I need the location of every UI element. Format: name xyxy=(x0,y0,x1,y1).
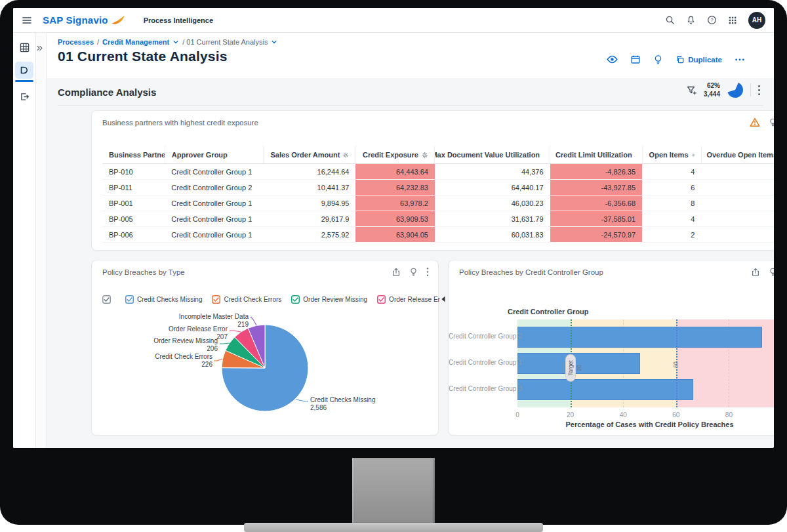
pie-leader-line xyxy=(296,399,308,401)
table-cell: 6 xyxy=(642,180,701,195)
bar-category-label: Credit Controller Group 2 xyxy=(449,333,513,340)
table-cell: 2,575.92 xyxy=(264,227,356,243)
table-cell: 8 xyxy=(701,180,774,195)
breadcrumb-link-processes[interactable]: Processes xyxy=(58,38,94,46)
expand-panel-chevrons-icon[interactable] xyxy=(36,45,46,52)
x-tick-label: 80 xyxy=(717,411,740,419)
table-cell: Credit Controller Group 1 xyxy=(165,211,264,227)
notifications-bell-icon[interactable] xyxy=(686,15,696,25)
pie-leader-line xyxy=(230,331,241,332)
table-row[interactable]: BP-005Credit Controller Group 129,617.96… xyxy=(102,211,774,227)
user-avatar[interactable]: AH xyxy=(748,12,765,29)
bar-chart-plot[interactable]: Target2060 xyxy=(517,319,774,407)
help-icon[interactable]: ? xyxy=(707,15,717,25)
overflow-ellipsis-icon[interactable] xyxy=(735,58,745,62)
kebab-menu-icon[interactable] xyxy=(757,85,761,96)
lightbulb-icon[interactable] xyxy=(769,117,774,127)
gear-icon[interactable] xyxy=(422,152,428,159)
table-cell: 16,244.64 xyxy=(264,164,356,180)
column-header[interactable]: Approver Group xyxy=(165,146,264,164)
alert-cell: 63,904.05 xyxy=(355,227,434,243)
lightbulb-icon[interactable] xyxy=(409,267,418,277)
pie-leader-line xyxy=(251,317,256,325)
bar-card-title: Policy Breaches by Credit Controller Gro… xyxy=(459,268,603,276)
coverage-donut-icon[interactable] xyxy=(727,81,744,98)
pie-slice-value: 219 xyxy=(237,321,249,328)
table-cell: BP-011 xyxy=(102,180,165,195)
legend-item[interactable]: Order Release Er xyxy=(377,295,440,304)
share-icon[interactable] xyxy=(392,268,401,277)
export-box-icon xyxy=(20,92,30,102)
column-header[interactable]: Overdue Open Items xyxy=(701,146,774,164)
pie-chart[interactable]: Credit Checks Missing2,586Credit Check E… xyxy=(92,306,438,435)
column-header[interactable]: Sales Order Amount xyxy=(264,146,356,164)
sidebar-item-export[interactable] xyxy=(16,89,33,104)
copy-icon xyxy=(676,55,685,64)
bar[interactable] xyxy=(517,327,762,348)
table-row[interactable]: BP-001Credit Controller Group 19,894.956… xyxy=(102,195,774,211)
sidebar-item-tables[interactable] xyxy=(16,39,33,55)
table-cell: 31,631.79 xyxy=(435,211,550,227)
table-row[interactable]: BP-010Credit Controller Group 116,244.64… xyxy=(102,164,774,180)
pie-slice-value: 2,586 xyxy=(310,404,327,411)
app-launcher-grid-icon[interactable] xyxy=(728,16,737,25)
export-board-icon[interactable] xyxy=(630,54,641,65)
lightbulb-icon[interactable] xyxy=(769,267,774,277)
exposure-table: Business PartnerApprover GroupSales Orde… xyxy=(102,146,774,243)
breadcrumb-divider: / xyxy=(97,38,99,46)
legend-items: Credit Checks MissingCredit Check Errors… xyxy=(125,295,440,304)
table-cell: 4 xyxy=(642,211,701,227)
duplicate-button[interactable]: Duplicate xyxy=(676,55,722,64)
top-bar: SAP Signavio Process Intelligence ? AH xyxy=(13,8,774,33)
share-icon[interactable] xyxy=(751,268,760,277)
section-divider xyxy=(58,105,763,106)
breadcrumb-current: / 01 Current State Analysis xyxy=(182,38,268,46)
x-tick-label: 100 xyxy=(771,411,774,419)
search-icon[interactable] xyxy=(665,15,675,25)
reference-line-value: 20 xyxy=(576,365,582,371)
page-title: 01 Current State Analysis xyxy=(58,49,228,64)
pager-prev-icon[interactable] xyxy=(440,296,446,302)
breadcrumb-link-credit-management[interactable]: Credit Management xyxy=(102,38,169,46)
table-cell: Credit Controller Group 1 xyxy=(165,227,264,243)
legend-master-checkbox[interactable] xyxy=(102,295,111,304)
column-header[interactable]: Credit Limit Utilization xyxy=(550,146,643,164)
warning-triangle-icon[interactable] xyxy=(750,117,760,127)
kebab-menu-icon[interactable] xyxy=(426,267,429,277)
gear-icon[interactable] xyxy=(343,152,349,159)
alert-cell: -37,585.01 xyxy=(550,211,643,227)
column-header[interactable]: Business Partner xyxy=(102,146,165,164)
coverage-stats: 62% 3,444 xyxy=(704,81,720,98)
chevron-down-icon[interactable] xyxy=(172,39,179,45)
sidebar-item-process-intelligence[interactable] xyxy=(15,62,33,79)
table-cell: 64,440.17 xyxy=(435,180,550,195)
column-header[interactable]: Open Items xyxy=(642,146,701,164)
gear-icon[interactable] xyxy=(692,152,695,159)
exposure-table-card: Business partners with highest credit ex… xyxy=(91,110,774,251)
x-tick-label: 60 xyxy=(665,411,687,419)
legend-item[interactable]: Credit Check Errors xyxy=(212,295,281,304)
x-tick-label: 20 xyxy=(559,411,582,419)
column-header[interactable]: Credit Exposure xyxy=(355,146,434,164)
add-filter-icon[interactable] xyxy=(686,85,697,96)
table-cell: 4 xyxy=(642,164,701,180)
divider xyxy=(750,83,751,96)
alert-cell: 64,443.64 xyxy=(355,164,434,180)
chevron-down-icon[interactable] xyxy=(271,39,277,45)
app-window: SAP Signavio Process Intelligence ? AH xyxy=(13,8,774,448)
alert-cell: -4,826.35 xyxy=(550,164,643,180)
legend-item[interactable]: Credit Checks Missing xyxy=(125,295,202,304)
table-cell: BP-006 xyxy=(102,227,165,243)
page-actions: Duplicate xyxy=(607,54,745,65)
view-eye-icon[interactable] xyxy=(607,54,618,65)
table-card-title: Business partners with highest credit ex… xyxy=(102,119,258,127)
pie-slice-label: Incomplete Master Data xyxy=(179,313,249,320)
table-row[interactable]: BP-006Credit Controller Group 12,575.926… xyxy=(102,227,774,243)
legend-item[interactable]: Order Review Missing xyxy=(291,295,367,304)
hamburger-menu-icon[interactable] xyxy=(22,15,32,26)
bar[interactable] xyxy=(517,379,693,400)
table-cell: 44,376 xyxy=(435,164,550,180)
column-header[interactable]: Max Document Value Utilization xyxy=(435,146,550,164)
lightbulb-icon[interactable] xyxy=(653,54,663,65)
table-row[interactable]: BP-011Credit Controller Group 210,441.37… xyxy=(102,180,774,195)
